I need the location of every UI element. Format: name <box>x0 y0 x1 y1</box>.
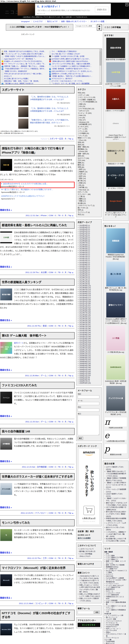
category-link[interactable]: 歴史 <box>79 178 82 180</box>
site-search-input[interactable] <box>78 611 94 614</box>
entry-date-link[interactable]: 2011.12.25.Sun <box>25 420 39 423</box>
blogroll-link[interactable]: ゆめみがちサロン <box>106 626 117 628</box>
archive-link[interactable]: 2012年11月 (5) <box>79 281 90 283</box>
trackback-link[interactable]: TB : 0 <box>58 512 63 514</box>
entry-category-link[interactable]: ゲーム <box>41 374 47 376</box>
search-input[interactable] <box>75 24 96 28</box>
product-cover[interactable]: 捏造の科学者 <box>106 38 125 58</box>
blogroll-link[interactable]: かがくのちからってすげー！速報 <box>106 633 126 637</box>
archive-link[interactable]: 2009年03月 (48) <box>79 366 91 368</box>
archive-link[interactable]: 2013年01月 (4) <box>79 277 90 279</box>
category-link[interactable]: 宇宙 <box>78 92 81 94</box>
amazon-ad[interactable]: amazon 欲しいものがきっと見つかります > 今すぐチェック プライバシーに… <box>79 448 99 524</box>
twitter-icon[interactable]: t <box>65 324 66 327</box>
comment-link[interactable]: トラ猫:MINTIAで小型ディスプレイを作ってみた (08/29) <box>79 580 99 584</box>
ad-title-link[interactable]: え、まつげ長すぎッ！？ <box>37 5 93 8</box>
entry-date-link[interactable]: 2011.12.22.Thu <box>27 557 41 559</box>
category-link[interactable]: 鉄道 <box>79 182 82 184</box>
archive-link[interactable]: 2010年07月 (34) <box>79 336 91 337</box>
product-link[interactable]: 地球全史スーパー年表 <box>108 163 123 165</box>
archive-link[interactable]: 2011年08月 (28) <box>79 310 91 312</box>
entry-category-link[interactable]: 自作機部屋 <box>37 466 47 468</box>
archive-link[interactable]: 2014年05月 (1) <box>79 246 90 248</box>
category-link[interactable]: テクノロジー <box>78 194 87 195</box>
page-top-link[interactable]: Top ▲ <box>68 557 74 559</box>
nav-link[interactable]: まとめサイト図鑑 <box>90 20 104 22</box>
sponsor-ad-link[interactable]: 「体重が恐ろしく減少する!?」とTVで報道され、重度の肥満者の間で超話...のダ… <box>30 119 70 124</box>
product-cover[interactable]: ユリ熊嵐 <box>106 326 125 351</box>
page-top-link[interactable]: Top ▲ <box>68 512 74 514</box>
blogroll-link[interactable]: ニコニコ動画 <box>106 555 114 556</box>
archive-link[interactable]: 2013年09月 (1) <box>79 262 90 264</box>
archive-link[interactable]: 2012年05月 (13) <box>79 293 91 294</box>
about-link[interactable]: ・このサイトについて <box>78 548 94 550</box>
blogroll-link[interactable]: 科学ニュース(`・ω・´) <box>106 628 120 629</box>
twitter-icon[interactable]: t <box>65 374 66 377</box>
entry-date-link[interactable]: 2011.12.23.Fri <box>21 512 33 514</box>
trackback-link[interactable]: TB : 0 <box>58 557 63 559</box>
check-now-link[interactable]: > 今すぐチェック <box>79 517 99 519</box>
category-link[interactable]: 未分類 <box>78 202 83 204</box>
archive-link[interactable]: 2012年06月 (12) <box>79 291 91 292</box>
archive-link[interactable]: 2013年03月 (1) <box>79 273 90 275</box>
category-link[interactable]: 工作 <box>78 160 81 162</box>
antenna-link[interactable]: ワイ起業家「JKの食べかけおにぎり屋」を考案 <box>52 56 84 57</box>
about-link[interactable]: ・著作権に対する考え方 <box>78 550 95 552</box>
watch-video-link[interactable]: 動画を見る » <box>0 506 12 508</box>
archive-link[interactable]: 2012年07月 (13) <box>79 289 91 290</box>
entry-category-link[interactable]: 鉄道 <box>43 325 47 327</box>
category-link[interactable]: 自然 <box>78 144 81 146</box>
trackback-link[interactable]: TB : 0 <box>58 466 63 468</box>
watch-video-link[interactable]: 動画を見る » <box>0 369 12 371</box>
product-cover[interactable]: 地球全史スーパー年表 <box>106 142 125 162</box>
comments-link[interactable]: COM : 0 <box>49 557 56 559</box>
archive-link[interactable]: 2014年09月 (1) <box>79 238 90 240</box>
article-thumbnail[interactable]: 除夜の鐘 <box>0 159 12 171</box>
recent-article-link[interactable]: こどもの日だし、成層圏までこいのぼり揚げてみた【動画】 (05/05) <box>106 531 126 538</box>
archive-link[interactable]: 2013年04月 (1) <box>79 271 90 273</box>
blogroll-link[interactable]: 2ろぐちゃんねる <box>106 630 117 631</box>
category-link[interactable]: 手芸 <box>78 214 81 216</box>
archive-link[interactable]: 2009年08月 (43) <box>79 357 91 359</box>
blogroll-link[interactable]: 働くモノニュース <box>106 616 117 618</box>
blogroll-link[interactable]: 厳選！ニコニコ動画お薦め動画集 <box>106 602 126 605</box>
antenna-link[interactable]: お前らあの時代のドイツに居てもヒトラーを支持しないと... <box>52 70 93 72</box>
entry-category-link[interactable]: iPhone <box>41 214 47 216</box>
entry-date-link[interactable]: 2011.12.29.Thu <box>27 325 41 327</box>
site-title-link[interactable]: RSSで更新情報をゲット！ <box>45 26 67 28</box>
sponsored-ad-link[interactable]: ★一度コレで痩せると、再び脂肪をつけるのが困難になります... <box>1 188 73 190</box>
category-link[interactable]: ロケット <box>79 94 86 96</box>
category-link[interactable]: ISS <box>79 106 82 107</box>
recent-article-link[interactable]: LEGOで歯車作ってみた (11/11) <box>106 493 123 497</box>
antenna-link[interactable]: ジャマイカでは高額宝くじに当選すると写真撮影の時マ... <box>52 66 91 67</box>
recent-article-link[interactable]: プラレールとレゴで論理演算 (12/12) <box>106 488 126 492</box>
recent-article-link[interactable]: 2分で1万発の花火を堪能できる動画 (08/23) <box>106 506 126 510</box>
blogroll-link[interactable]: 政経ch <box>106 632 110 633</box>
category-link[interactable]: 物理エンジン <box>78 137 87 139</box>
twitter-icon[interactable]: t <box>65 214 66 217</box>
article-thumbnail[interactable]: ファミコン <box>0 392 12 404</box>
archive-link[interactable]: 2009年10月 (42) <box>79 353 91 355</box>
archive-link[interactable]: 2008年06月 (33) <box>79 382 91 384</box>
nav-link[interactable]: にゃんてな！ <box>33 20 44 22</box>
comments-link[interactable]: COM : 0 <box>49 512 56 514</box>
confirm-button[interactable]: 確認 <box>78 437 83 440</box>
archive-link[interactable]: 2014年07月 (1) <box>79 242 90 244</box>
archive-link[interactable]: 2014年02月 (1) <box>79 252 90 254</box>
antenna-link[interactable]: なんで高い飯ってコース料理ばっかなの？ <box>52 53 81 55</box>
sponsored-ad-link[interactable]: ★500円だからってデブ以外の人は飲まないで下さい！ <box>1 194 73 197</box>
archive-link[interactable]: 2014年03月 (1) <box>79 250 90 252</box>
comments-link[interactable]: COM : 0 <box>49 271 56 274</box>
category-link[interactable]: Windows <box>79 121 86 123</box>
product-link[interactable]: 火星の人（ハヤカワ文庫SF） <box>105 110 126 112</box>
archive-link[interactable]: 2010年11月 (36) <box>79 328 91 330</box>
category-link[interactable]: 教育 <box>78 164 81 166</box>
page-top-link[interactable]: Top ▲ <box>68 271 74 274</box>
category-link[interactable]: このサイトについて <box>78 205 92 206</box>
category-link[interactable]: CG <box>79 117 82 118</box>
archive-link[interactable]: 2009年05月 (28) <box>79 363 91 364</box>
blogroll-link[interactable]: ニコニコ動画安定所 <box>106 594 119 596</box>
article-thumbnail[interactable]: 弓 <box>0 529 12 541</box>
category-link[interactable]: 音響・音楽 <box>78 153 86 155</box>
category-link[interactable]: コンピュータ <box>78 112 87 114</box>
